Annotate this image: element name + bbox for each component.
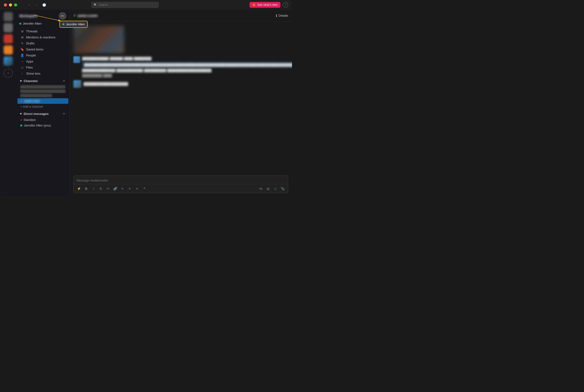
files-icon: ◇ [20,66,24,69]
saved-label: Saved items [26,48,44,51]
workspace-icon-1[interactable] [4,12,13,21]
header-right: 🎁 See what's new ? [250,2,288,8]
jennifer-label: Jennifer Allen (you) [24,124,51,127]
add-channel-button[interactable]: + Add a channel [18,104,68,109]
search-input[interactable] [99,3,157,6]
message-avatar-2 [74,80,81,88]
close-button[interactable] [4,4,7,6]
channels-section-header[interactable]: ▼ Channels + [17,76,69,84]
minimize-button[interactable] [9,4,12,6]
sidebar-item-drafts[interactable]: ✎ Drafts [18,40,68,46]
channel-item-2[interactable] [20,90,66,93]
info-icon: ℹ [276,14,277,18]
people-label: People [26,54,36,57]
see-whats-new-label: See what's new [257,3,278,6]
user-status[interactable]: Jennifer Allen [17,21,69,27]
see-whats-new-button[interactable]: 🎁 See what's new [250,2,280,8]
dm-section-title: ▼ Direct messages [19,112,49,116]
sidebar-item-threads[interactable]: ⊛ Threads [18,28,68,34]
back-button[interactable]: ← [27,3,32,7]
quote-button[interactable]: ❝ [141,185,148,192]
channels-label: Channels [24,79,38,83]
dm-item-jennifer[interactable]: Jennifer Allen (you) [18,122,68,128]
workspace-icon-4[interactable] [4,46,13,54]
sidebar-item-files[interactable]: ◇ Files [18,64,68,70]
strike-button[interactable]: S [97,185,104,192]
history-button[interactable]: 🕐 [42,3,46,7]
code-button[interactable]: </> [105,185,111,192]
jennifer-online-icon [20,124,22,126]
channel-header-right: ℹ Details [276,14,288,18]
online-indicator [19,23,21,24]
workspace-name[interactable]: Workspace [19,14,37,18]
dm-item-slackbot[interactable]: ♥ Slackbot [18,117,68,122]
maximize-button[interactable] [14,4,17,6]
active-channel-name: watercooler [24,99,40,103]
channel-item-3[interactable] [20,94,52,97]
channel-hash-header-icon: # [74,14,76,18]
lightning-button[interactable]: ⚡ [76,185,82,192]
message-avatar-1 [74,56,80,63]
add-channel-label: + Add a channel [20,105,43,108]
show-less-icon: ↑ [20,72,24,75]
indent-button[interactable]: ≡ [134,185,140,192]
channel-header-left: # watercooler [74,14,98,18]
sidebar-item-people[interactable]: 👤 People [18,52,68,58]
help-button[interactable]: ? [283,2,288,8]
dm-section-header[interactable]: ▼ Direct messages + [17,109,69,117]
workspace-icon-2[interactable] [4,23,13,32]
channels-section-title: ▼ Channels [19,79,38,83]
drafts-icon: ✎ [20,42,24,45]
gift-icon: 🎁 [252,3,256,6]
message-row-1: ████████████ ██████ ████ ████████ ██████… [74,56,288,77]
nav-buttons: ← → 🕐 [27,3,46,7]
message-input[interactable] [77,178,285,182]
window-chrome: ← → 🕐 🔍 🎁 See what's new ? [0,0,292,10]
message-input-box: ⚡ B I S </> 🔗 ≡ ≡ ≡ ❝ Aa @ ☺ 📎 [74,176,288,193]
traffic-lights [4,4,17,6]
search-bar[interactable]: 🔍 [91,2,159,8]
ordered-list-button[interactable]: ≡ [119,185,126,192]
add-workspace-button[interactable]: + [4,68,13,78]
message-row-2: ████████████████████ [74,80,288,88]
message-text-3: █████████ ████ [82,74,292,77]
details-button[interactable]: ℹ Details [276,14,288,18]
threads-label: Threads [26,30,38,33]
dm-chevron-icon: ▼ [19,112,23,116]
mentions-icon: ⊕ [20,36,24,39]
threads-icon: ⊛ [20,30,24,33]
sidebar-item-apps[interactable]: ⋯ Apps [18,58,68,64]
italic-button[interactable]: I [90,185,97,192]
sidebar-item-saved[interactable]: 🔖 Saved items [18,46,68,52]
workspace-sidebar: + [0,10,17,196]
mention-button[interactable]: @ [265,185,271,192]
saved-icon: 🔖 [20,48,24,51]
main-content: # watercooler ℹ Details ████████████ ███… [70,10,292,196]
channel-item-active[interactable]: # watercooler [18,98,68,104]
left-sidebar: Workspace ✏ Jennifer Allen ⊛ Threads ⊕ M… [17,10,70,196]
forward-button[interactable]: → [34,3,39,7]
message-input-area: ⚡ B I S </> 🔗 ≡ ≡ ≡ ❝ Aa @ ☺ 📎 [70,174,292,196]
attach-button[interactable]: 📎 [279,185,286,192]
add-channel-icon[interactable]: + [62,78,67,83]
compose-button[interactable]: ✏ [59,12,67,20]
channel-item-1[interactable] [20,85,66,88]
message-text-2: ███████████████ ████████████ ██████████ … [82,68,292,73]
show-less-label: Show less [26,72,40,75]
sidebar-item-show-less[interactable]: ↑ Show less [18,70,68,76]
workspace-icon-5[interactable] [4,56,13,66]
add-dm-icon[interactable]: + [62,111,67,116]
font-size-button[interactable]: Aa [257,185,264,192]
workspace-icon-3[interactable] [4,34,13,44]
sidebar-header: Workspace ✏ [17,10,69,21]
emoji-button[interactable]: ☺ [272,185,279,192]
message-text-4: ████████████████████ [84,82,128,86]
drafts-label: Drafts [26,42,35,45]
details-label: Details [278,14,288,18]
channel-header-name: watercooler [78,14,98,18]
sidebar-item-mentions[interactable]: ⊕ Mentions & reactions [18,34,68,40]
link-button[interactable]: 🔗 [112,185,119,192]
bold-button[interactable]: B [83,185,90,192]
unordered-list-button[interactable]: ≡ [126,185,133,192]
slackbot-icon: ♥ [20,118,22,122]
